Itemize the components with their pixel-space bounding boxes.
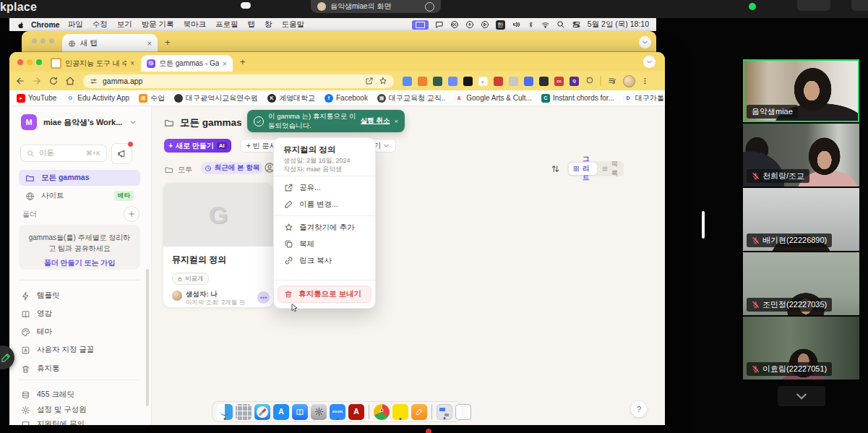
bookmark-facebook[interactable]: fFacebook bbox=[325, 94, 368, 103]
participant-tile-3[interactable]: 배기현(22226890) bbox=[743, 188, 859, 251]
bookmark-class[interactable]: ▤수업 bbox=[139, 93, 165, 103]
filter-recently-viewed[interactable]: 최근에 본 항목 bbox=[201, 162, 263, 174]
menu-tab[interactable]: 탭 bbox=[248, 20, 256, 30]
sidebar-item-contact-support[interactable]: 지원팀에 문의 bbox=[17, 417, 141, 425]
display-widget-dock-icon[interactable] bbox=[437, 404, 452, 420]
sync-icon[interactable] bbox=[465, 20, 474, 29]
menu-profiles[interactable]: 프로필 bbox=[215, 20, 239, 30]
gamma-card[interactable]: G 뮤지컬의 정의 비공개 생성자: 나 마지막 조회: 2개월 전 ⋯ bbox=[163, 183, 273, 307]
create-folder-link[interactable]: 폴더 만들기 또는 가입 bbox=[27, 257, 132, 268]
browser-menu-icon[interactable] bbox=[641, 77, 649, 85]
bookmark-youtube[interactable]: ▸YouTube bbox=[17, 94, 56, 103]
back-button[interactable] bbox=[15, 76, 25, 86]
bookmark-daegu-office[interactable]: ▦대구교육청 교직.. bbox=[377, 93, 445, 103]
tab-gamma-active[interactable]: G 모든 gammas - Gamma × bbox=[141, 55, 233, 72]
launchpad-dock-icon[interactable] bbox=[236, 404, 252, 420]
sidebar-item-all-gammas[interactable]: 모든 gammas bbox=[19, 170, 140, 186]
menu-view[interactable]: 보기 bbox=[117, 20, 132, 30]
flower-extension-icon[interactable] bbox=[524, 77, 533, 86]
menu-item-copy-link[interactable]: 링크 복사 bbox=[279, 253, 370, 268]
participant-tile-4[interactable]: 조민정(22227035) bbox=[743, 252, 859, 315]
panel-resize-handle[interactable] bbox=[702, 211, 705, 239]
bookmark-catholic-univ[interactable]: D대구가톨릭대학교 교... bbox=[624, 93, 665, 103]
sidebar-item-settings[interactable]: 설정 및 구성원 bbox=[17, 403, 141, 417]
zoom-dock-icon[interactable]: zoom bbox=[330, 404, 345, 420]
participant-tile-2[interactable]: 천희랑/조교 bbox=[743, 124, 859, 187]
apple-menu-icon[interactable] bbox=[17, 20, 25, 30]
card-more-button[interactable]: ⋯ bbox=[257, 291, 270, 304]
back-window-tab[interactable]: 새 탭 × bbox=[62, 34, 158, 53]
screen-sharing-indicator-icon[interactable] bbox=[412, 20, 429, 30]
reading-list-icon[interactable] bbox=[607, 77, 617, 85]
home-button[interactable] bbox=[65, 76, 75, 86]
kakaotalk-dock-icon[interactable] bbox=[392, 404, 408, 420]
menu-window[interactable]: 창 bbox=[265, 20, 272, 30]
forward-button[interactable] bbox=[32, 76, 42, 86]
sidebar-item-custom-fonts[interactable]: 사용자 지정 글꼴 bbox=[17, 343, 141, 357]
close-toast-icon[interactable]: × bbox=[394, 117, 398, 125]
sidebar-item-templates[interactable]: 템플릿 bbox=[17, 288, 141, 303]
volume-icon[interactable] bbox=[512, 20, 521, 29]
sidebar-scrollbar[interactable] bbox=[146, 269, 149, 406]
spotlight-icon[interactable] bbox=[557, 20, 565, 29]
participant-tile-1[interactable]: 음악샘miae bbox=[743, 59, 859, 122]
sidebar-item-trash[interactable]: 휴지통 bbox=[17, 361, 141, 376]
misc-extension-icon[interactable] bbox=[509, 77, 518, 86]
reload-button[interactable] bbox=[48, 76, 59, 86]
menu-item-favorite[interactable]: 즐겨찾기에 추가 bbox=[279, 220, 370, 235]
share-icon[interactable] bbox=[365, 77, 374, 85]
play-status-icon[interactable] bbox=[481, 20, 489, 29]
bookmark-star-icon[interactable] bbox=[379, 77, 387, 85]
acrobat-dock-icon[interactable]: A bbox=[348, 404, 364, 420]
window-zoom-button[interactable] bbox=[49, 38, 54, 43]
d-extension-icon[interactable] bbox=[463, 77, 473, 86]
list-view-button[interactable]: 목록 bbox=[597, 160, 623, 179]
url-text[interactable]: gamma.app bbox=[103, 77, 142, 85]
participant-tile-5[interactable]: 이효림(22227051) bbox=[743, 317, 859, 380]
books-dock-icon[interactable] bbox=[292, 404, 308, 420]
window-minimize-button[interactable] bbox=[40, 38, 46, 43]
q-extension-icon[interactable]: Q bbox=[570, 77, 579, 86]
window-zoom-button[interactable] bbox=[36, 59, 42, 65]
sidebar-item-sites[interactable]: 사이트 베타 bbox=[19, 188, 140, 204]
bookmark-google-arts[interactable]: &Google Arts & Cult... bbox=[455, 94, 532, 103]
chrome-dock-icon[interactable] bbox=[374, 404, 390, 420]
help-button[interactable]: ? bbox=[631, 401, 647, 417]
close-tab-icon[interactable]: × bbox=[130, 59, 134, 67]
bookmark-instant-chords[interactable]: CInstant chords for... bbox=[541, 94, 614, 103]
safari-dock-icon[interactable] bbox=[254, 404, 270, 420]
app-store-dock-icon[interactable]: A bbox=[273, 404, 289, 420]
bookmark-keimyung[interactable]: K계명대학교 bbox=[267, 93, 315, 103]
window-close-button[interactable] bbox=[17, 59, 23, 65]
create-new-button[interactable]: +새로 만들기 AI bbox=[164, 139, 231, 153]
menu-item-send-to-trash[interactable]: 휴지통으로 보내기 bbox=[278, 286, 371, 303]
site-settings-icon[interactable] bbox=[90, 77, 98, 85]
adobe-cc-icon[interactable] bbox=[450, 20, 459, 29]
extensions-puzzle-icon[interactable] bbox=[585, 77, 594, 86]
sidebar-item-themes[interactable]: 테마 bbox=[17, 325, 141, 339]
grid-view-button[interactable]: 그리드 bbox=[569, 163, 597, 175]
search-input[interactable]: 이동 ⌘+K bbox=[20, 145, 107, 162]
cc-extension-icon[interactable]: cc bbox=[554, 77, 564, 86]
bookmark-daegu-edu[interactable]: 대구광역시교육연수원 bbox=[174, 93, 258, 103]
bluetooth-icon[interactable] bbox=[528, 20, 534, 29]
tab-search-button[interactable] bbox=[643, 56, 656, 68]
close-tab-icon[interactable]: × bbox=[223, 59, 227, 68]
workspace-switcher[interactable]: M miae 음악샘's Work... bbox=[17, 115, 141, 129]
trash-dock-icon[interactable] bbox=[455, 404, 471, 420]
filter-all[interactable]: 모두 bbox=[165, 165, 192, 175]
window-minimize-button[interactable] bbox=[27, 59, 33, 65]
qr-extension-icon[interactable] bbox=[539, 77, 549, 86]
system-settings-dock-icon[interactable] bbox=[311, 404, 327, 420]
sort-button[interactable] bbox=[551, 164, 560, 173]
window-close-button[interactable] bbox=[32, 38, 37, 43]
back-new-tab-button[interactable]: + bbox=[165, 37, 171, 48]
wifi-icon[interactable] bbox=[541, 21, 550, 29]
profile-avatar[interactable] bbox=[623, 75, 635, 87]
sidebar-item-inspiration[interactable]: 영감 bbox=[17, 306, 141, 321]
adobe-cc-extension-icon[interactable] bbox=[418, 77, 427, 86]
menu-item-share[interactable]: 공유... bbox=[279, 180, 370, 195]
close-tab-icon[interactable]: × bbox=[147, 39, 152, 48]
collapse-videos-button[interactable] bbox=[778, 386, 825, 406]
menu-bookmarks[interactable]: 북마크 bbox=[184, 20, 207, 30]
